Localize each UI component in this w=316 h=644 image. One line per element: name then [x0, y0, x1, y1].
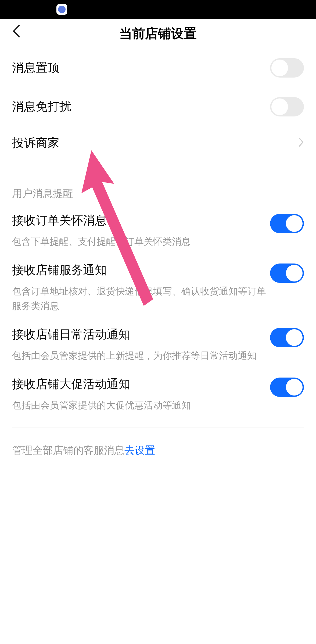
row-desc: 包含下单提醒、支付提醒等订单关怀类消息	[12, 234, 270, 249]
chevron-left-icon	[12, 24, 20, 38]
toggle-knob	[286, 265, 303, 281]
app-icon	[56, 4, 67, 15]
footer-link[interactable]: 去设置	[124, 445, 155, 456]
row-desc: 包含订单地址核对、退货快递信息填写、确认收货通知等订单服务类消息	[12, 284, 270, 313]
back-button[interactable]	[12, 24, 20, 41]
toggle-dnd[interactable]	[270, 97, 304, 116]
row-desc: 包括由会员管家提供的上新提醒，为你推荐等日常活动通知	[12, 348, 270, 363]
status-bar	[0, 0, 316, 19]
toggle-knob	[286, 329, 303, 346]
row-label: 消息免打扰	[12, 99, 270, 115]
toggle-knob	[271, 60, 288, 76]
row-label: 接收店铺服务通知	[12, 262, 270, 278]
row-label: 接收订单关怀消息	[12, 213, 270, 228]
page-title: 当前店铺设置	[119, 25, 197, 42]
toggle-pin-message[interactable]	[270, 58, 304, 78]
row-label: 接收店铺日常活动通知	[12, 327, 270, 342]
toggle-knob	[286, 215, 303, 232]
row-label: 消息置顶	[12, 60, 270, 76]
toggle-daily-activity[interactable]	[270, 328, 304, 347]
row-shop-service: 接收店铺服务通知 包含订单地址核对、退货快递信息填写、确认收货通知等订单服务类消…	[12, 255, 304, 320]
chevron-right-icon	[299, 136, 304, 150]
globe-icon	[58, 6, 66, 13]
divider	[12, 173, 304, 173]
content: 消息置顶 消息免打扰 投诉商家 用户消息提醒 接收订单关怀消息 包含下单提醒、支…	[0, 48, 316, 473]
row-order-care: 接收订单关怀消息 包含下单提醒、支付提醒等订单关怀类消息	[12, 206, 304, 255]
row-complain[interactable]: 投诉商家	[12, 126, 304, 165]
toggle-knob	[271, 98, 288, 115]
section-header: 用户消息提醒	[12, 176, 304, 206]
row-desc: 包括由会员管家提供的大促优惠活动等通知	[12, 398, 270, 412]
toggle-order-care[interactable]	[270, 214, 304, 233]
row-promo-activity: 接收店铺大促活动通知 包括由会员管家提供的大促优惠活动等通知	[12, 369, 304, 419]
row-dnd: 消息免打扰	[12, 87, 304, 126]
row-label: 投诉商家	[12, 135, 299, 151]
footer-text: 管理全部店铺的客服消息	[12, 445, 124, 456]
row-label: 接收店铺大促活动通知	[12, 376, 270, 392]
toggle-shop-service[interactable]	[270, 264, 304, 283]
footer-note: 管理全部店铺的客服消息去设置	[12, 427, 304, 473]
row-daily-activity: 接收店铺日常活动通知 包括由会员管家提供的上新提醒，为你推荐等日常活动通知	[12, 320, 304, 369]
row-pin-message: 消息置顶	[12, 48, 304, 87]
nav-bar: 当前店铺设置	[0, 19, 316, 48]
toggle-promo-activity[interactable]	[270, 378, 304, 397]
toggle-knob	[286, 379, 303, 396]
